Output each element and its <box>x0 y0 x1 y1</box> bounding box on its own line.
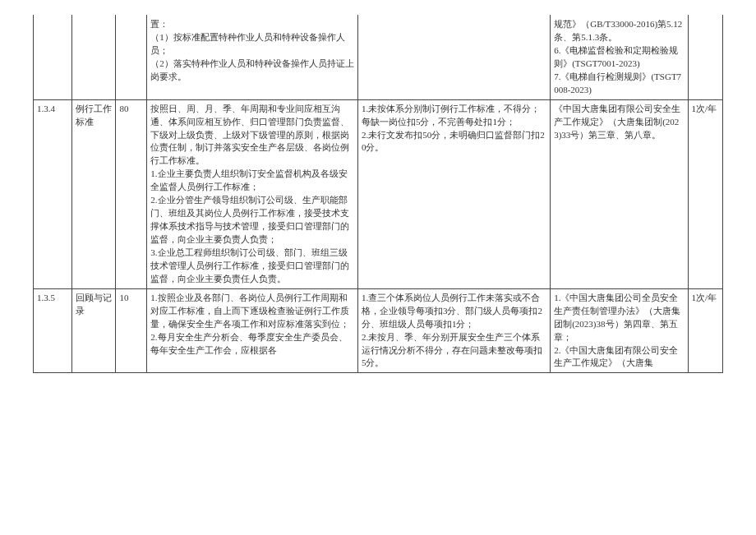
cell-ref: 规范》（GB/T33000-2016)第5.12条、第5.1.3条。6.《电梯监… <box>551 16 688 100</box>
cell-score: 10 <box>116 288 147 373</box>
cell-ref: 1.《中国大唐集团公司全员安全生产责任制管理办法》（大唐集团制(2023)38号… <box>551 288 688 373</box>
cell-desc: 1.按照企业及各部门、各岗位人员例行工作周期和对应工作标准，自上而下逐级检查验证… <box>147 288 358 373</box>
cell-freq <box>688 16 722 100</box>
cell-id: 1.3.5 <box>34 288 72 373</box>
cell-ref: 《中国大唐集团有限公司安全生产工作规定》（大唐集团制(2023)33号）第三章、… <box>551 99 688 288</box>
cell-id <box>34 16 72 100</box>
table-row: 1.3.4 例行工作标准 80 按照日、周、月、季、年周期和专业间应相互沟通、体… <box>34 99 723 288</box>
cell-id: 1.3.4 <box>34 99 72 288</box>
cell-crit <box>357 16 550 100</box>
cell-freq: 1次/年 <box>688 99 722 288</box>
cell-score: 80 <box>116 99 147 288</box>
table-row: 1.3.5 回顾与记录 10 1.按照企业及各部门、各岗位人员例行工作周期和对应… <box>34 288 723 373</box>
cell-crit: 1.查三个体系岗位人员例行工作未落实或不合格，企业领导每项扣3分、部门级人员每项… <box>357 288 550 373</box>
cell-name: 回顾与记录 <box>71 288 116 373</box>
cell-crit: 1.未按体系分别制订例行工作标准，不得分；每缺一岗位扣5分，不完善每处扣1分；2… <box>357 99 550 288</box>
table-row: 置：（1）按标准配置特种作业人员和特种设备操作人员；（2）落实特种作业人员和特种… <box>34 16 723 100</box>
cell-freq: 1次/年 <box>688 288 722 373</box>
cell-desc: 按照日、周、月、季、年周期和专业间应相互沟通、体系间应相互协作、归口管理部门负责… <box>147 99 358 288</box>
assessment-table: 置：（1）按标准配置特种作业人员和特种设备操作人员；（2）落实特种作业人员和特种… <box>33 15 723 373</box>
cell-name <box>71 16 116 100</box>
document-page: 置：（1）按标准配置特种作业人员和特种设备操作人员；（2）落实特种作业人员和特种… <box>0 0 756 535</box>
cell-name: 例行工作标准 <box>71 99 116 288</box>
cell-desc: 置：（1）按标准配置特种作业人员和特种设备操作人员；（2）落实特种作业人员和特种… <box>147 16 358 100</box>
cell-score <box>116 16 147 100</box>
